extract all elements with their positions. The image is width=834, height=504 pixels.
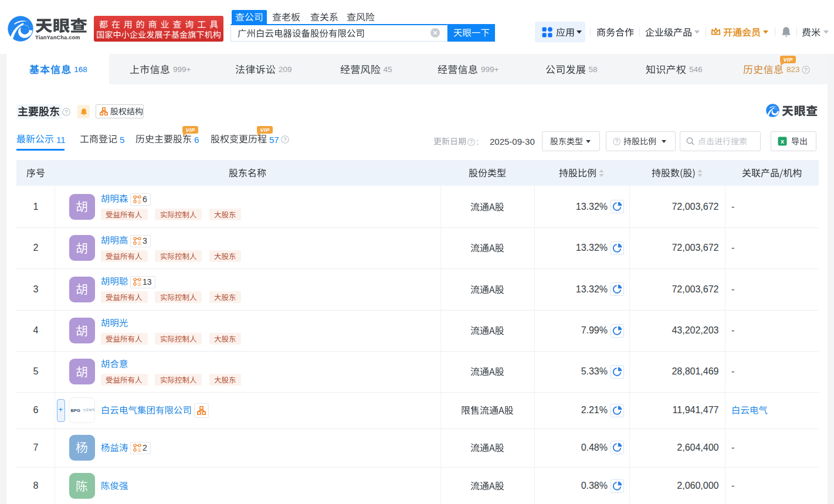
svg-text:?: ? bbox=[470, 139, 473, 145]
svg-text:?: ? bbox=[65, 108, 67, 115]
svg-text:x: x bbox=[781, 138, 785, 145]
svg-text:?: ? bbox=[283, 136, 286, 142]
svg-text:?: ? bbox=[804, 66, 807, 73]
svg-text:?: ? bbox=[615, 138, 618, 144]
